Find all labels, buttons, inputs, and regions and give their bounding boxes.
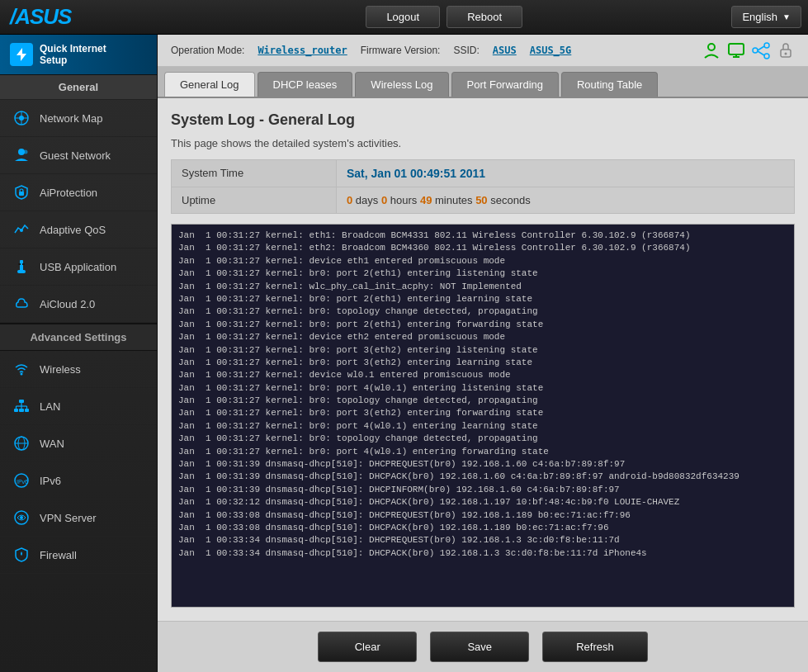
- log-text: Jan 1 00:31:27 kernel: eth1: Broadcom BC…: [172, 225, 794, 565]
- svg-point-6: [24, 150, 28, 154]
- log-container[interactable]: Jan 1 00:31:27 kernel: eth1: Broadcom BC…: [171, 224, 795, 608]
- sidebar-item-label: Firewall: [40, 549, 77, 561]
- sidebar-item-wireless[interactable]: Wireless: [0, 351, 157, 388]
- page-content: System Log - General Log This page shows…: [158, 98, 808, 621]
- system-time-label: System Time: [172, 160, 337, 187]
- op-mode-label: Operation Mode:: [171, 45, 244, 56]
- info-table: System Time Sat, Jan 01 00:49:51 2011 Up…: [171, 159, 795, 214]
- sidebar-item-label: USB Application: [40, 261, 116, 273]
- svg-line-39: [758, 51, 764, 55]
- sidebar-item-vpn-server[interactable]: VPN Server: [0, 499, 157, 537]
- uptime-label: Uptime: [172, 187, 337, 213]
- topbar-center: Logout Reboot: [157, 6, 731, 28]
- quick-setup-label: Quick Internet Setup: [40, 43, 106, 66]
- wireless-icon: [12, 359, 31, 379]
- svg-point-35: [764, 43, 769, 48]
- sidebar-item-label: Guest Network: [40, 149, 111, 162]
- uptime-value: 0 days 0 hours 49 minutes 50 seconds: [337, 187, 794, 213]
- vpn-icon: [12, 508, 31, 528]
- share-icon: [752, 41, 770, 59]
- sidebar-item-label: LAN: [40, 400, 60, 413]
- page-description: This page shows the detailed system's ac…: [171, 137, 795, 149]
- sidebar-item-label: Wireless: [40, 363, 81, 376]
- language-selector[interactable]: English ▼: [731, 6, 801, 28]
- monitor-icon: [727, 41, 745, 59]
- svg-rect-15: [19, 400, 24, 403]
- sidebar-general-header: General: [0, 75, 157, 100]
- svg-point-41: [785, 53, 787, 55]
- system-time-row: System Time Sat, Jan 01 00:49:51 2011: [172, 160, 794, 187]
- clear-button[interactable]: Clear: [318, 632, 417, 662]
- firewall-icon: [12, 545, 31, 565]
- tab-routing-table[interactable]: Routing Table: [561, 72, 658, 97]
- network-map-icon: [12, 108, 31, 128]
- sidebar-item-wan[interactable]: WAN: [0, 425, 157, 462]
- svg-rect-18: [25, 409, 29, 412]
- sidebar-item-label: Adaptive QoS: [40, 224, 106, 236]
- svg-point-36: [753, 48, 758, 53]
- save-button[interactable]: Save: [430, 632, 529, 662]
- tab-wireless-log[interactable]: Wireless Log: [355, 72, 448, 97]
- adaptive-qos-icon: [12, 220, 31, 239]
- tabs-bar: General Log DHCP leases Wireless Log Por…: [158, 67, 808, 98]
- uptime-seconds-txt: seconds: [488, 194, 531, 206]
- sidebar: Quick Internet Setup General Network Map: [0, 35, 158, 672]
- sidebar-item-firewall[interactable]: Firewall: [0, 537, 157, 574]
- top-bar: /ASUS Logout Reboot English ▼: [0, 0, 808, 35]
- refresh-button[interactable]: Refresh: [542, 632, 648, 662]
- power-icon: [777, 41, 795, 59]
- svg-rect-12: [18, 263, 21, 265]
- ssid2: ASUS_5G: [530, 45, 572, 56]
- lan-icon: [12, 396, 31, 416]
- wan-icon: [12, 433, 31, 453]
- sidebar-item-network-map[interactable]: Network Map: [0, 100, 157, 137]
- main-layout: Quick Internet Setup General Network Map: [0, 35, 808, 672]
- lightning-icon: [14, 47, 29, 62]
- sidebar-item-guest-network[interactable]: Guest Network: [0, 137, 157, 174]
- svg-text:IPv6: IPv6: [17, 479, 28, 485]
- logo-area: /ASUS: [0, 4, 157, 30]
- language-label: English: [742, 11, 777, 23]
- content-area: Operation Mode: Wireless_router Firmware…: [158, 35, 808, 672]
- system-time-value: Sat, Jan 01 00:49:51 2011: [337, 160, 794, 187]
- tab-port-forwarding[interactable]: Port Forwarding: [451, 72, 559, 97]
- svg-marker-0: [17, 48, 26, 61]
- sidebar-item-usb-application[interactable]: USB Application: [0, 248, 157, 286]
- sidebar-item-label: VPN Server: [40, 512, 97, 524]
- sidebar-item-adaptive-qos[interactable]: Adaptive QoS: [0, 211, 157, 248]
- page-title: System Log - General Log: [171, 111, 795, 129]
- sidebar-item-ipv6[interactable]: IPv6 IPv6: [0, 462, 157, 499]
- op-mode-bar: Operation Mode: Wireless_router Firmware…: [158, 35, 808, 67]
- uptime-days-txt: days: [352, 194, 381, 206]
- uptime-minutes-val: 49: [420, 194, 432, 206]
- aiprotection-icon: [12, 182, 31, 202]
- tab-dhcp-leases[interactable]: DHCP leases: [258, 72, 353, 97]
- uptime-hours-txt: hours: [387, 194, 420, 206]
- svg-point-14: [21, 373, 23, 376]
- svg-rect-13: [22, 263, 25, 265]
- svg-point-9: [20, 229, 23, 232]
- svg-point-30: [20, 516, 23, 519]
- user-icon: [702, 41, 721, 59]
- svg-point-31: [708, 44, 715, 50]
- uptime-row: Uptime 0 days 0 hours 49 minutes 50 seco…: [172, 187, 794, 213]
- logout-button[interactable]: Logout: [366, 6, 440, 28]
- tab-general-log[interactable]: General Log: [164, 72, 255, 97]
- ssid-label: SSID:: [453, 45, 479, 56]
- sidebar-item-aiprotection[interactable]: AiProtection: [0, 174, 157, 211]
- sidebar-item-lan[interactable]: LAN: [0, 388, 157, 425]
- sidebar-item-label: WAN: [40, 438, 64, 450]
- svg-rect-16: [14, 409, 18, 412]
- sidebar-item-aicloud[interactable]: AiCloud 2.0: [0, 286, 157, 323]
- aicloud-icon: [12, 294, 31, 314]
- guest-network-icon: [12, 145, 31, 165]
- sidebar-item-quick-setup[interactable]: Quick Internet Setup: [0, 35, 157, 75]
- svg-line-38: [758, 46, 764, 50]
- svg-rect-10: [20, 260, 23, 272]
- quick-setup-icon: [10, 43, 33, 66]
- chevron-down-icon: ▼: [782, 12, 791, 21]
- reboot-button[interactable]: Reboot: [447, 6, 522, 28]
- status-icons: [702, 41, 795, 59]
- uptime-seconds-val: 50: [475, 194, 487, 206]
- firmware-label: Firmware Version:: [361, 45, 441, 56]
